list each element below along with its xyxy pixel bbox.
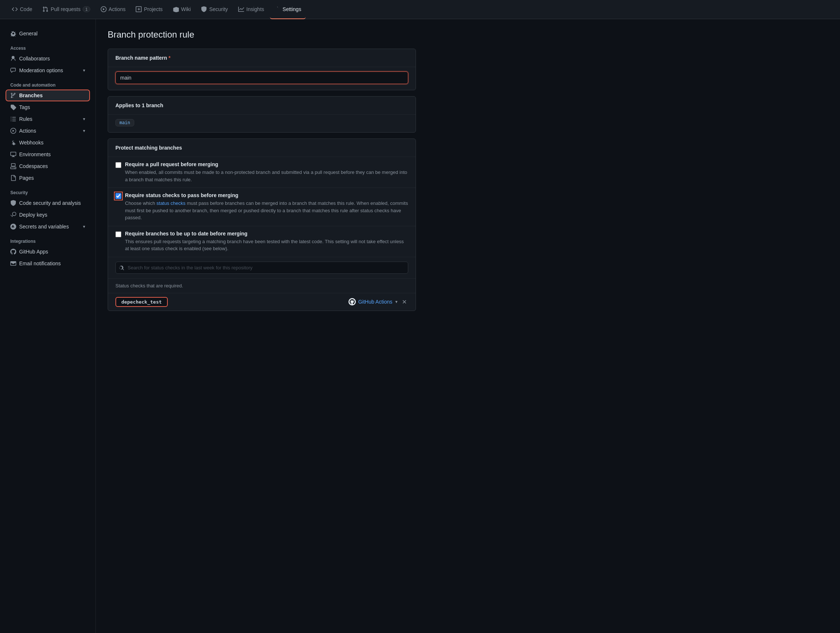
sidebar-pages-label: Pages bbox=[19, 175, 34, 181]
branch-tag: main bbox=[115, 119, 134, 126]
nav-insights[interactable]: Insights bbox=[234, 0, 268, 19]
protect-header: Protect matching branches bbox=[108, 139, 415, 157]
mail-icon bbox=[10, 260, 16, 266]
sidebar-code-security-label: Code security and analysis bbox=[19, 200, 81, 206]
depecheck-row: depecheck_test GitHub Actions ▾ ✕ bbox=[108, 293, 415, 310]
page-layout: General Access Collaborators Moderation … bbox=[0, 19, 840, 633]
sidebar-item-codespaces[interactable]: Codespaces bbox=[6, 161, 90, 172]
sidebar-item-environments[interactable]: Environments bbox=[6, 149, 90, 160]
sidebar-deploy-keys-label: Deploy keys bbox=[19, 212, 47, 218]
nav-settings[interactable]: Settings bbox=[270, 0, 306, 19]
sidebar-codespaces-label: Codespaces bbox=[19, 163, 48, 169]
sidebar-collaborators-label: Collaborators bbox=[19, 56, 50, 61]
environment-icon bbox=[10, 151, 16, 157]
list-icon bbox=[10, 116, 16, 122]
sidebar-branches-label: Branches bbox=[19, 93, 43, 98]
chevron-down-icon: ▾ bbox=[83, 128, 85, 133]
nav-wiki[interactable]: Wiki bbox=[169, 0, 195, 19]
status-checks-required-label: Status checks that are required. bbox=[115, 283, 183, 288]
require-pr-label[interactable]: Require a pull request before merging bbox=[125, 161, 218, 167]
github-icon bbox=[349, 298, 356, 305]
nav-actions[interactable]: Actions bbox=[96, 0, 130, 19]
sidebar-item-moderation[interactable]: Moderation options ▾ bbox=[6, 65, 90, 76]
codespaces-icon bbox=[10, 163, 16, 169]
nav-code[interactable]: Code bbox=[7, 0, 36, 19]
shield-icon bbox=[10, 200, 16, 206]
nav-pull-requests[interactable]: Pull requests 1 bbox=[38, 0, 95, 19]
nav-actions-label: Actions bbox=[109, 6, 126, 12]
search-input-wrap bbox=[115, 261, 408, 274]
sidebar-item-email-notifications[interactable]: Email notifications bbox=[6, 258, 90, 269]
sidebar-environments-label: Environments bbox=[19, 151, 51, 157]
require-pr-option: Require a pull request before merging Wh… bbox=[108, 157, 415, 188]
chevron-down-icon: ▾ bbox=[83, 224, 85, 229]
branch-name-card: Branch name pattern * bbox=[108, 49, 416, 90]
sidebar-webhooks-label: Webhooks bbox=[19, 140, 44, 146]
require-up-to-date-option: Require branches to be up to date before… bbox=[108, 226, 415, 257]
branch-input-wrapper bbox=[108, 67, 415, 90]
depecheck-right: GitHub Actions ▾ ✕ bbox=[349, 298, 408, 306]
sidebar-item-collaborators[interactable]: Collaborators bbox=[6, 53, 90, 64]
require-pr-checkbox[interactable] bbox=[115, 162, 121, 168]
require-uptodate-label[interactable]: Require branches to be up to date before… bbox=[125, 231, 248, 236]
require-uptodate-checkbox[interactable] bbox=[115, 231, 121, 237]
main-content: Branch protection rule Branch name patte… bbox=[96, 19, 428, 633]
sidebar-section-access: Access bbox=[6, 40, 90, 53]
sidebar-item-actions[interactable]: Actions ▾ bbox=[6, 125, 90, 136]
nav-security[interactable]: Security bbox=[197, 0, 232, 19]
sidebar-tags-label: Tags bbox=[19, 104, 30, 110]
sidebar: General Access Collaborators Moderation … bbox=[0, 19, 96, 633]
sidebar-item-pages[interactable]: Pages bbox=[6, 172, 90, 184]
apps-icon bbox=[10, 249, 16, 255]
require-status-checks-option: Require status checks to pass before mer… bbox=[108, 188, 415, 226]
tag-icon bbox=[10, 104, 16, 110]
nav-insights-label: Insights bbox=[246, 6, 264, 12]
nav-pr-label: Pull requests bbox=[51, 6, 81, 12]
branch-name-header: Branch name pattern * bbox=[108, 49, 415, 67]
key-icon bbox=[10, 212, 16, 218]
sidebar-item-webhooks[interactable]: Webhooks bbox=[6, 137, 90, 148]
sidebar-section-code-auto: Code and automation bbox=[6, 77, 90, 90]
sidebar-item-rules[interactable]: Rules ▾ bbox=[6, 113, 90, 124]
sidebar-item-branches[interactable]: Branches bbox=[6, 90, 90, 101]
chevron-down-icon: ▾ bbox=[83, 117, 85, 121]
protect-card: Protect matching branches Require a pull… bbox=[108, 139, 416, 311]
close-button[interactable]: ✕ bbox=[401, 298, 408, 306]
depecheck-tag: depecheck_test bbox=[115, 297, 168, 307]
sidebar-section-security: Security bbox=[6, 184, 90, 197]
require-status-checkbox[interactable] bbox=[115, 193, 121, 199]
person-icon bbox=[10, 56, 16, 61]
sidebar-section-integrations: Integrations bbox=[6, 233, 90, 246]
sidebar-item-tags[interactable]: Tags bbox=[6, 102, 90, 113]
require-uptodate-desc: This ensures pull requests targeting a m… bbox=[125, 238, 408, 252]
comment-icon bbox=[10, 68, 16, 73]
require-status-desc: Choose which status checks must pass bef… bbox=[125, 200, 408, 222]
require-status-label[interactable]: Require status checks to pass before mer… bbox=[125, 192, 238, 198]
sidebar-item-general[interactable]: General bbox=[6, 28, 90, 39]
sidebar-secrets-label: Secrets and variables bbox=[19, 224, 69, 230]
sidebar-item-deploy-keys[interactable]: Deploy keys bbox=[6, 209, 90, 220]
sidebar-item-code-security[interactable]: Code security and analysis bbox=[6, 197, 90, 209]
nav-code-label: Code bbox=[20, 6, 32, 12]
status-checks-box: Status checks that are required. bbox=[108, 279, 415, 293]
git-branch-icon bbox=[10, 93, 16, 98]
nav-security-label: Security bbox=[209, 6, 228, 12]
applies-header: Applies to 1 branch bbox=[108, 96, 415, 115]
branch-name-input[interactable] bbox=[115, 71, 408, 84]
webhook-icon bbox=[10, 140, 16, 146]
sidebar-general-label: General bbox=[19, 31, 38, 36]
sidebar-email-label: Email notifications bbox=[19, 260, 61, 266]
status-checks-link[interactable]: status checks bbox=[156, 200, 185, 206]
nav-projects[interactable]: Projects bbox=[131, 0, 167, 19]
pages-icon bbox=[10, 175, 16, 181]
nav-wiki-label: Wiki bbox=[181, 6, 191, 12]
page-title: Branch protection rule bbox=[108, 30, 416, 40]
dropdown-arrow-icon[interactable]: ▾ bbox=[395, 299, 398, 304]
search-icon bbox=[119, 265, 124, 271]
applies-card: Applies to 1 branch main bbox=[108, 96, 416, 133]
github-actions-label[interactable]: GitHub Actions bbox=[349, 298, 392, 305]
sidebar-item-secrets[interactable]: Secrets and variables ▾ bbox=[6, 221, 90, 232]
sidebar-item-github-apps[interactable]: GitHub Apps bbox=[6, 246, 90, 257]
status-check-search[interactable] bbox=[115, 261, 408, 274]
nav-settings-label: Settings bbox=[283, 6, 301, 12]
